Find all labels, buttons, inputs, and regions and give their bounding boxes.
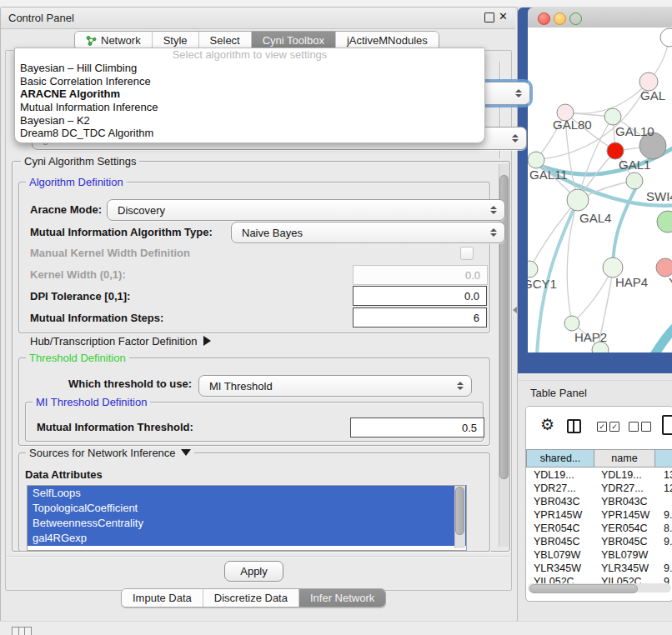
export-table-icon[interactable]	[662, 415, 672, 435]
network-window-titlebar[interactable]	[528, 8, 672, 28]
network-edge[interactable]	[565, 82, 649, 113]
attributes-scrollbar-thumb[interactable]	[455, 487, 464, 535]
table-row[interactable]: YBR043CYBR043C	[526, 495, 672, 508]
table-body: YDL19...YDL19...13YDR27...YDR27...12YBR0…	[526, 468, 672, 588]
tab-infer-network[interactable]: Infer Network	[299, 589, 385, 607]
algorithm-option-mutual-information-inference[interactable]: Mutual Information Inference	[15, 101, 484, 114]
table-row[interactable]: YDR27...YDR27...12	[526, 482, 672, 495]
table-cell: YBR043C	[594, 495, 655, 508]
network-node[interactable]	[660, 28, 672, 47]
mi-type-combo[interactable]: Naive Bayes	[231, 222, 505, 243]
table-row[interactable]: YBL079WYBL079W	[526, 548, 672, 562]
kernel-width-field[interactable]: 0.0	[353, 265, 488, 285]
close-panel-button[interactable]: ✕	[499, 10, 508, 22]
sources-title-label: Sources for Network Inference	[29, 447, 176, 459]
node-label-y: Y	[669, 275, 672, 289]
algorithm-option-basic-correlation-inference[interactable]: Basic Correlation Inference	[15, 75, 484, 88]
node-label-gal10: GAL10	[615, 124, 654, 138]
column-header-name[interactable]: name	[594, 449, 655, 468]
manual-kernel-checkbox[interactable]	[460, 247, 474, 260]
table-hscrollbar-track[interactable]	[528, 583, 671, 592]
network-node[interactable]	[657, 211, 672, 232]
algorithm-option-aracne-algorithm[interactable]: ARACNE Algorithm	[15, 88, 484, 101]
combo-stepper-icon	[490, 206, 497, 214]
which-threshold-label: Which threshold to use:	[68, 378, 192, 390]
dropdown-placeholder: Select algorithm to view settings	[15, 48, 484, 62]
column-header-a[interactable]: A	[655, 449, 672, 468]
network-node-hap2[interactable]	[564, 316, 579, 331]
table-cell: 9.	[655, 508, 672, 522]
mi-threshold-title: MI Threshold Definition	[33, 396, 150, 408]
network-node-gcy1[interactable]	[528, 261, 538, 278]
minimize-window-icon[interactable]	[554, 12, 566, 25]
table-row[interactable]: YBR045CYBR045C9.	[526, 535, 672, 548]
algorithm-option-bayesian-k2[interactable]: Bayesian – K2	[15, 114, 484, 128]
sources-title[interactable]: Sources for Network Inference	[26, 447, 194, 459]
deselect-all-checkboxes-icon[interactable]	[629, 422, 651, 432]
float-window-button[interactable]	[484, 12, 494, 22]
expand-right-icon	[203, 336, 211, 346]
table-cell: YDR27...	[526, 482, 594, 495]
attribute-item-selfloops[interactable]: SelfLoops	[28, 486, 466, 501]
attribute-item-gal4rgexp[interactable]: gal4RGexp	[28, 531, 466, 546]
table-row[interactable]: YER054CYER054C8.	[526, 522, 672, 535]
table-row[interactable]: YLR345WYLR345W9.	[526, 562, 672, 575]
network-node-y[interactable]	[656, 258, 672, 277]
network-edge[interactable]	[653, 312, 672, 352]
algorithm-option-bayesian-hill-climbing[interactable]: Bayesian – Hill Climbing	[15, 62, 484, 75]
dpi-tolerance-field[interactable]: 0.0	[353, 286, 487, 306]
tab-select[interactable]: Select	[199, 32, 252, 49]
table-cell: 9.	[655, 562, 672, 575]
mi-type-value: Naive Bayes	[242, 227, 303, 239]
threshold-definition-title: Threshold Definition	[26, 352, 129, 364]
network-node-swi4[interactable]	[626, 172, 643, 189]
tab-cyni-toolbox[interactable]: Cyni Toolbox	[252, 32, 336, 49]
which-threshold-combo[interactable]: MI Threshold	[198, 375, 472, 397]
table-cell: YLR345W	[526, 562, 594, 575]
network-node-gal10[interactable]	[604, 108, 621, 125]
splitter-collapse-icon[interactable]	[513, 307, 517, 313]
attribute-item-topologicalcoefficient[interactable]: TopologicalCoefficient	[28, 501, 466, 516]
table-row[interactable]: YDL19...YDL19...13	[526, 468, 672, 482]
divider	[7, 556, 509, 557]
table-header-row: shared...nameA	[526, 449, 672, 468]
column-layout-icon[interactable]	[567, 419, 581, 433]
algorithm-option-dream8-dc-tdc-algorithm[interactable]: Dream8 DC_TDC Algorithm	[15, 127, 484, 140]
table-cell: 12	[655, 482, 672, 495]
screen: Control Panel ✕ NetworkStyleSelectCyni T…	[0, 0, 672, 635]
mi-steps-field[interactable]: 6	[353, 308, 487, 328]
attribute-item-betweennesscentrality[interactable]: BetweennessCentrality	[28, 516, 466, 531]
kernel-width-label: Kernel Width (0,1):	[30, 268, 126, 281]
zoom-window-icon[interactable]	[569, 12, 582, 25]
node-label-gal80: GAL80	[553, 118, 592, 132]
dpi-tolerance-label: DPI Tolerance [0,1]:	[30, 290, 130, 302]
mi-steps-label: Mutual Information Steps:	[30, 312, 163, 324]
tab-impute-data[interactable]: Impute Data	[122, 589, 203, 607]
network-node-gal11[interactable]	[528, 152, 544, 168]
network-icon	[86, 36, 97, 46]
table-row[interactable]: YPR145WYPR145W9.	[526, 508, 672, 522]
table-cell: 13	[655, 468, 672, 482]
network-node-gal1[interactable]	[607, 142, 624, 159]
table-grid-icon[interactable]	[12, 627, 32, 635]
network-canvas[interactable]: GALGAL80GAL10GAL1GAL11SWI4GAL4GCY1HAP4YH…	[528, 28, 672, 352]
tab-label: Network	[101, 34, 141, 47]
select-all-checkboxes-icon[interactable]: ✓✓	[597, 422, 619, 432]
column-header-shared[interactable]: shared...	[526, 449, 594, 468]
tab-jactivemnodules[interactable]: jActiveMNodules	[336, 32, 439, 49]
hub-definition-expander[interactable]: Hub/Transcription Factor Definition	[30, 335, 211, 348]
network-node-gal4[interactable]	[567, 189, 589, 211]
combo-stepper-icon	[457, 382, 464, 390]
apply-button[interactable]: Apply	[224, 561, 283, 582]
tab-network[interactable]: Network	[75, 32, 153, 49]
tab-style[interactable]: Style	[153, 32, 199, 49]
table-cell: YBL079W	[526, 548, 594, 562]
mi-threshold-field[interactable]: 0.5	[350, 418, 484, 438]
mi-threshold-label: Mutual Information Threshold:	[37, 421, 193, 433]
table-hscrollbar-thumb[interactable]	[529, 584, 638, 593]
table-settings-gear-icon[interactable]: ⚙	[540, 417, 554, 432]
aracne-mode-combo[interactable]: Discovery	[107, 199, 505, 221]
combo-stepper-icon	[515, 89, 522, 98]
tab-discretize-data[interactable]: Discretize Data	[203, 589, 299, 607]
close-window-icon[interactable]	[538, 12, 550, 25]
